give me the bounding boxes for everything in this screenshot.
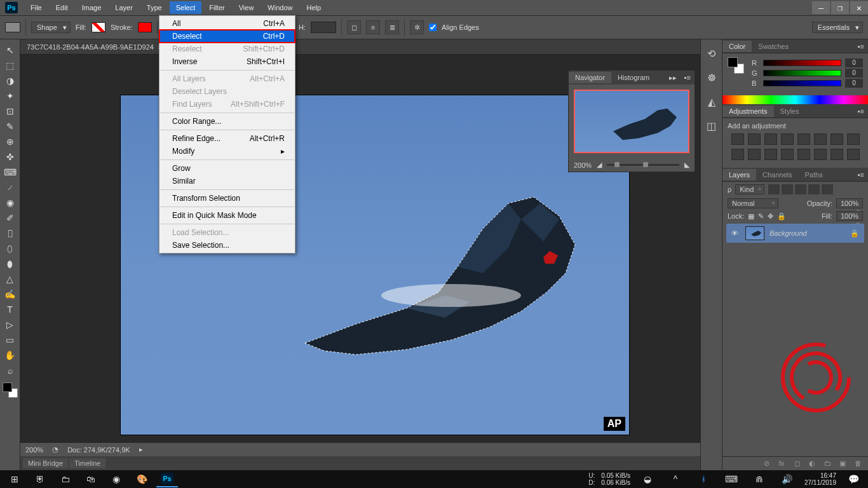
foreground-background-swatch[interactable]: [728, 57, 744, 74]
menu-edit[interactable]: Edit: [50, 1, 74, 14]
tool-9[interactable]: ⟋: [3, 180, 18, 194]
menu-file[interactable]: File: [24, 1, 48, 14]
scrubby-icon[interactable]: ◔: [52, 445, 58, 454]
zoom-slider[interactable]: [607, 164, 679, 166]
gear-icon[interactable]: ✲: [410, 20, 424, 34]
histogram-panel-icon[interactable]: ◭: [704, 94, 719, 109]
tool-4[interactable]: ⊡: [3, 104, 18, 118]
layer-filter-kind[interactable]: Kind: [735, 184, 764, 194]
menu-item-inverse[interactable]: InverseShift+Ctrl+I: [159, 55, 295, 68]
align-edges-checkbox[interactable]: [429, 24, 437, 31]
tool-5[interactable]: ✎: [3, 119, 18, 133]
adjustment-preset-7[interactable]: [847, 133, 860, 145]
panel-menu-icon[interactable]: ▪≡: [854, 107, 868, 115]
taskbar-chrome-icon[interactable]: ◉: [105, 471, 127, 487]
tool-17[interactable]: T: [3, 302, 18, 316]
tool-15[interactable]: △: [3, 272, 18, 286]
adjustment-preset-12[interactable]: [797, 149, 810, 160]
collapse-icon[interactable]: ▸▸: [665, 74, 681, 82]
taskbar-photoshop-icon[interactable]: Ps: [156, 471, 178, 487]
tool-7[interactable]: ✜: [3, 150, 18, 164]
menu-item-save-selection-[interactable]: Save Selection...: [159, 239, 295, 252]
tool-preset-icon[interactable]: [5, 22, 20, 32]
adjustment-preset-1[interactable]: [748, 133, 761, 145]
tray-wifi-icon[interactable]: ⋒: [749, 471, 770, 487]
minimize-button[interactable]: —: [812, 1, 830, 14]
panel-menu-icon[interactable]: ▪≡: [681, 74, 695, 81]
adjustment-preset-5[interactable]: [814, 133, 827, 145]
menu-item-edit-in-quick-mask-mode[interactable]: Edit in Quick Mask Mode: [159, 209, 295, 222]
adjustment-preset-14[interactable]: [831, 149, 843, 160]
menu-item-deselect[interactable]: DeselectCtrl+D: [159, 30, 295, 43]
path-arrange-icon[interactable]: ≣: [385, 20, 399, 34]
zoom-in-icon[interactable]: ◣: [684, 161, 689, 169]
tool-18[interactable]: ▷: [3, 318, 18, 332]
menu-item-refine-edge-[interactable]: Refine Edge...Alt+Ctrl+R: [159, 132, 295, 145]
fill-swatch[interactable]: [92, 22, 105, 32]
adjustment-preset-0[interactable]: [731, 133, 744, 145]
menu-select[interactable]: Select: [170, 1, 202, 14]
start-button[interactable]: ⊞: [4, 471, 25, 487]
adjustment-preset-9[interactable]: [748, 149, 761, 160]
close-button[interactable]: ✕: [850, 1, 868, 14]
shape-mode-dropdown[interactable]: Shape: [31, 22, 71, 33]
adjustment-preset-4[interactable]: [797, 133, 810, 145]
actions-panel-icon[interactable]: ☸: [704, 70, 719, 85]
color-value-r[interactable]: 0: [845, 58, 863, 67]
layer-mask-icon[interactable]: ◻: [792, 459, 802, 468]
menu-item-modify[interactable]: Modify: [159, 145, 295, 158]
tool-2[interactable]: ◑: [3, 74, 18, 88]
bottom-tab-timeline[interactable]: Timeline: [69, 458, 105, 468]
tray-idm-icon[interactable]: ◒: [637, 471, 658, 487]
opacity-input[interactable]: 100%: [836, 198, 863, 208]
menu-window[interactable]: Window: [261, 1, 299, 14]
tool-6[interactable]: ⊕: [3, 135, 18, 149]
tool-14[interactable]: ⬮: [3, 257, 18, 271]
adjustment-preset-11[interactable]: [781, 149, 794, 160]
tool-0[interactable]: ↖: [3, 43, 18, 57]
menu-item-transform-selection[interactable]: Transform Selection: [159, 192, 295, 205]
color-slider-r[interactable]: [763, 60, 841, 66]
adjustment-preset-8[interactable]: [731, 149, 744, 160]
menu-item-grow[interactable]: Grow: [159, 162, 295, 175]
menu-filter[interactable]: Filter: [203, 1, 231, 14]
navigator-panel[interactable]: Navigator Histogram ▸▸ ▪≡ 200% ◢ ◣: [568, 70, 695, 172]
color-value-g[interactable]: 0: [845, 69, 863, 78]
maximize-button[interactable]: ❐: [831, 1, 849, 14]
color-spectrum[interactable]: [722, 95, 868, 104]
tool-8[interactable]: ⌨: [3, 165, 18, 179]
tab-histogram[interactable]: Histogram: [611, 72, 656, 83]
path-combine-icon[interactable]: ◻: [347, 20, 361, 34]
taskbar-security-icon[interactable]: ⛨: [29, 471, 51, 487]
properties-panel-icon[interactable]: ◫: [704, 118, 719, 133]
filter-type-icon[interactable]: [795, 184, 806, 194]
tool-21[interactable]: ⌕: [3, 363, 18, 377]
path-align-icon[interactable]: ≡: [366, 20, 380, 34]
lock-position-icon[interactable]: ✥: [768, 212, 773, 220]
layer-name[interactable]: Background: [770, 229, 807, 237]
taskbar-store-icon[interactable]: 🛍: [80, 471, 102, 487]
navigator-zoom[interactable]: 200%: [574, 161, 592, 169]
workspace-dropdown[interactable]: Essentials: [812, 22, 863, 33]
menu-view[interactable]: View: [233, 1, 261, 14]
lock-all-icon[interactable]: 🔒: [777, 212, 786, 220]
blend-mode-dropdown[interactable]: Normal: [728, 198, 778, 208]
tab-paths[interactable]: Paths: [799, 169, 829, 180]
history-panel-icon[interactable]: ⟲: [704, 46, 719, 61]
menu-item-similar[interactable]: Similar: [159, 175, 295, 187]
adjustment-layer-icon[interactable]: ◐: [807, 459, 817, 468]
group-icon[interactable]: 🗀: [822, 459, 832, 468]
panel-menu-icon[interactable]: ▪≡: [854, 171, 868, 179]
visibility-icon[interactable]: 👁: [731, 229, 740, 237]
panel-menu-icon[interactable]: ▪≡: [854, 43, 868, 50]
zoom-level[interactable]: 200%: [25, 446, 43, 454]
document-tab[interactable]: 73C7C418-2B04-4A5A-A99B-9AE1D924×: [20, 41, 168, 53]
new-layer-icon[interactable]: ▣: [837, 459, 848, 468]
adjustment-preset-2[interactable]: [764, 133, 777, 145]
filter-pixel-icon[interactable]: [768, 184, 780, 194]
tool-20[interactable]: ✋: [3, 348, 18, 362]
menu-image[interactable]: Image: [76, 1, 108, 14]
adjustment-preset-13[interactable]: [814, 149, 827, 160]
taskbar-paint-icon[interactable]: 🎨: [131, 471, 153, 487]
adjustment-preset-6[interactable]: [831, 133, 843, 145]
